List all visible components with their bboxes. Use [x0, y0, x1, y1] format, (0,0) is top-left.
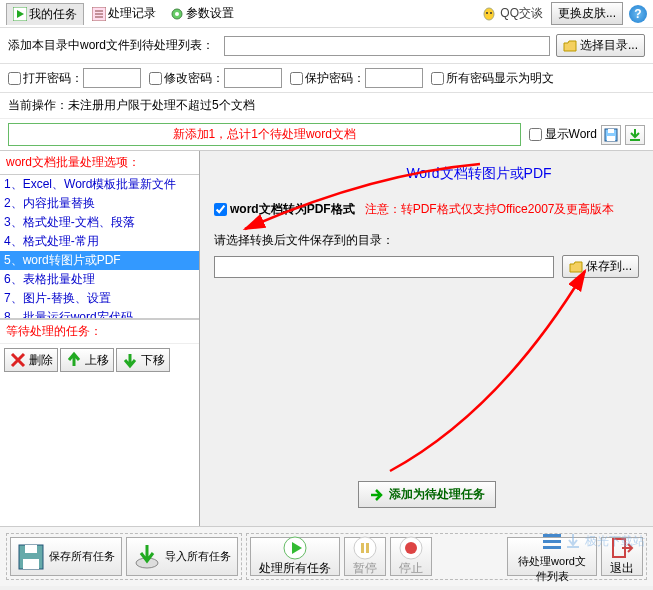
tab-process-log[interactable]: 处理记录: [86, 3, 162, 24]
delete-button[interactable]: 删除: [4, 348, 58, 372]
move-down-button[interactable]: 下移: [116, 348, 170, 372]
folder-icon: [569, 260, 583, 274]
svg-rect-12: [608, 129, 614, 133]
option-item-1[interactable]: 1、Excel、Word模板批量新文件: [0, 175, 199, 194]
import-icon: [133, 543, 161, 571]
svg-rect-13: [607, 136, 615, 141]
play-icon: [13, 7, 27, 21]
process-all-button[interactable]: 处理所有任务: [250, 537, 340, 576]
svg-point-10: [490, 12, 492, 14]
change-skin-button[interactable]: 更换皮肤...: [551, 2, 623, 25]
pause-button[interactable]: 暂停: [344, 537, 386, 576]
save-path-label: 请选择转换后文件保存到的目录：: [214, 232, 639, 249]
current-op-label: 当前操作：: [8, 98, 68, 112]
protect-password-label: 保护密码：: [305, 70, 365, 87]
arrow-down-icon: [121, 351, 139, 369]
option-item-3[interactable]: 3、格式处理-文档、段落: [0, 213, 199, 232]
pause-label: 暂停: [353, 560, 377, 577]
save-all-tasks-button[interactable]: 保存所有任务: [10, 537, 122, 576]
open-password-input[interactable]: [83, 68, 141, 88]
up-label: 上移: [85, 353, 109, 367]
right-panel: Word文档转图片或PDF word文档转为PDF格式 注意：转PDF格式仅支持…: [200, 151, 653, 526]
task-io-group: 保存所有任务 导入所有任务: [6, 533, 242, 580]
save-path-input[interactable]: [214, 256, 554, 278]
annotation-arrow-2: [380, 261, 600, 481]
plain-password-checkbox[interactable]: [431, 72, 444, 85]
add-task-label: 添加为待处理任务: [389, 486, 485, 503]
svg-point-9: [486, 12, 488, 14]
qq-chat-button[interactable]: QQ交谈: [481, 5, 543, 22]
qq-icon: [481, 6, 497, 22]
modify-password-item: 修改密码：: [149, 68, 282, 88]
options-header: word文档批量处理选项：: [0, 151, 199, 175]
list-icon: [540, 530, 564, 554]
convert-pdf-checkbox[interactable]: [214, 203, 227, 216]
svg-rect-26: [543, 534, 561, 537]
option-item-7[interactable]: 7、图片-替换、设置: [0, 289, 199, 308]
protect-password-checkbox[interactable]: [290, 72, 303, 85]
convert-pdf-row: word文档转为PDF格式 注意：转PDF格式仅支持Office2007及更高版…: [214, 201, 639, 218]
open-password-label: 打开密码：: [23, 70, 83, 87]
modify-password-checkbox[interactable]: [149, 72, 162, 85]
tab-settings[interactable]: 参数设置: [164, 3, 240, 24]
option-item-6[interactable]: 6、表格批量处理: [0, 270, 199, 289]
move-up-button[interactable]: 上移: [60, 348, 114, 372]
stop-icon: [399, 536, 423, 560]
open-password-checkbox[interactable]: [8, 72, 21, 85]
protect-password-item: 保护密码：: [290, 68, 423, 88]
option-item-8[interactable]: 8、批量运行word宏代码: [0, 308, 199, 319]
help-icon[interactable]: ?: [629, 5, 647, 23]
browse-label: 选择目录...: [580, 37, 638, 54]
delete-label: 删除: [29, 353, 53, 367]
folder-icon: [563, 39, 577, 53]
arrow-right-icon: [369, 487, 385, 503]
process-control-group: 处理所有任务 暂停 停止 待处理word文件列表 退出: [246, 533, 647, 580]
tab-my-tasks[interactable]: 我的任务: [6, 3, 84, 25]
pending-task-list[interactable]: [0, 376, 199, 526]
x-icon: [9, 351, 27, 369]
stop-button[interactable]: 停止: [390, 537, 432, 576]
option-item-2[interactable]: 2、内容批量替换: [0, 194, 199, 213]
option-item-4[interactable]: 4、格式处理-常用: [0, 232, 199, 251]
floppy-icon: [604, 128, 618, 142]
import-all-label: 导入所有任务: [165, 550, 231, 562]
protect-password-input[interactable]: [365, 68, 423, 88]
download-icon-button[interactable]: [625, 125, 645, 145]
pending-file-list-button[interactable]: 待处理word文件列表: [507, 537, 597, 576]
download-icon: [628, 128, 642, 142]
exit-button[interactable]: 退出: [601, 537, 643, 576]
browse-directory-button[interactable]: 选择目录...: [556, 34, 645, 57]
save-to-button[interactable]: 保存到...: [562, 255, 639, 278]
svg-rect-17: [23, 559, 39, 569]
top-tab-bar: 我的任务 处理记录 参数设置 QQ交谈 更换皮肤... ?: [0, 0, 653, 28]
option-list[interactable]: 1、Excel、Word模板批量新文件 2、内容批量替换 3、格式处理-文档、段…: [0, 175, 199, 319]
plain-password-label: 所有密码显示为明文: [446, 70, 554, 87]
floppy-icon: [17, 543, 45, 571]
modify-password-label: 修改密码：: [164, 70, 224, 87]
current-op-text: 未注册用户限于处理不超过5个文档: [68, 98, 255, 112]
tab-label: 我的任务: [29, 6, 77, 23]
import-all-tasks-button[interactable]: 导入所有任务: [126, 537, 238, 576]
option-item-5[interactable]: 5、word转图片或PDF: [0, 251, 199, 270]
bottom-bar: 保存所有任务 导入所有任务 处理所有任务 暂停 停止 待处理word文件列表 退…: [0, 526, 653, 586]
show-word-checkbox[interactable]: [529, 128, 542, 141]
convert-pdf-note: 注意：转PDF格式仅支持Office2007及更高版本: [365, 201, 615, 218]
directory-input[interactable]: [224, 36, 550, 56]
current-operation: 当前操作：未注册用户限于处理不超过5个文档: [0, 93, 653, 118]
open-password-item: 打开密码：: [8, 68, 141, 88]
exit-label: 退出: [610, 560, 634, 577]
pending-header: 等待处理的任务：: [0, 319, 199, 343]
show-word-label: 显示Word: [545, 126, 597, 143]
save-all-label: 保存所有任务: [49, 550, 115, 562]
save-icon-button[interactable]: [601, 125, 621, 145]
show-word-item: 显示Word: [529, 126, 597, 143]
exit-icon: [610, 536, 634, 560]
add-pending-task-button[interactable]: 添加为待处理任务: [358, 481, 496, 508]
svg-point-21: [354, 537, 376, 559]
skin-label: 更换皮肤...: [558, 6, 616, 20]
stop-label: 停止: [399, 560, 423, 577]
save-to-label: 保存到...: [586, 258, 632, 275]
password-row: 打开密码： 修改密码： 保护密码： 所有密码显示为明文: [0, 64, 653, 93]
svg-point-25: [405, 542, 417, 554]
modify-password-input[interactable]: [224, 68, 282, 88]
